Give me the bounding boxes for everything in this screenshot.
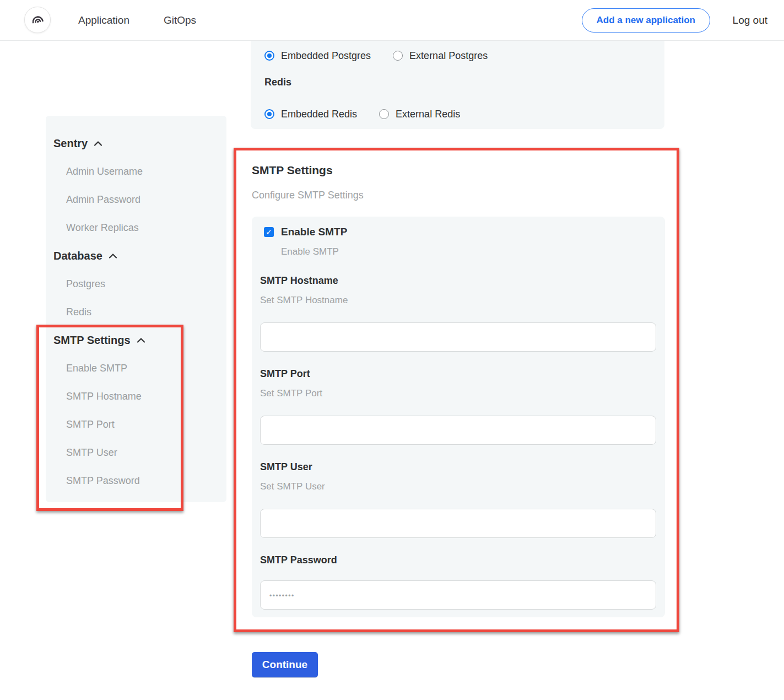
config-sidebar: Sentry Admin Username Admin Password Wor… xyxy=(46,116,226,502)
smtp-settings-title: SMTP Settings xyxy=(252,164,333,177)
sidebar-group-label: Database xyxy=(53,250,102,262)
sidebar-item-redis[interactable]: Redis xyxy=(53,305,226,319)
smtp-port-help: Set SMTP Port xyxy=(260,387,656,400)
logout-link[interactable]: Log out xyxy=(733,0,767,41)
sidebar-item-admin-username[interactable]: Admin Username xyxy=(53,165,226,178)
sidebar-item-smtp-user[interactable]: SMTP User xyxy=(53,446,226,459)
smtp-hostname-input[interactable] xyxy=(260,322,656,352)
sidebar-group-database[interactable]: Database xyxy=(53,249,226,262)
radio-external-redis[interactable]: External Redis xyxy=(379,109,460,120)
smtp-hostname-label: SMTP Hostname xyxy=(260,274,656,287)
sidebar-item-admin-password[interactable]: Admin Password xyxy=(53,193,226,206)
radio-embedded-redis[interactable]: Embedded Redis xyxy=(264,109,357,120)
smtp-user-label: SMTP User xyxy=(260,460,656,473)
chevron-up-icon xyxy=(94,141,102,147)
redis-radio-group: Embedded Redis External Redis xyxy=(264,107,651,121)
smtp-port-label: SMTP Port xyxy=(260,367,656,380)
radio-selected-icon[interactable] xyxy=(264,51,274,61)
smtp-password-input[interactable] xyxy=(260,580,656,610)
database-options-card: Embedded Postgres External Postgres Redi… xyxy=(251,41,664,129)
enable-smtp-checkbox[interactable]: ✓ xyxy=(264,227,274,237)
smtp-user-help: Set SMTP User xyxy=(260,480,656,493)
sidebar-item-smtp-password[interactable]: SMTP Password xyxy=(53,474,226,487)
redis-group-label: Redis xyxy=(264,75,651,89)
enable-smtp-label: Enable SMTP xyxy=(281,226,347,238)
app-logo[interactable] xyxy=(24,7,51,33)
radio-label: Embedded Redis xyxy=(281,109,357,120)
radio-unselected-icon[interactable] xyxy=(379,109,389,119)
sidebar-group-smtp-settings[interactable]: SMTP Settings xyxy=(53,333,226,347)
sentry-logo-icon xyxy=(29,10,46,29)
sidebar-group-label: Sentry xyxy=(53,137,88,150)
enable-smtp-row: ✓ Enable SMTP xyxy=(260,225,656,239)
radio-external-postgres[interactable]: External Postgres xyxy=(393,50,488,62)
chevron-up-icon xyxy=(137,337,145,343)
radio-selected-icon[interactable] xyxy=(264,109,274,119)
smtp-user-input[interactable] xyxy=(260,509,656,538)
app-header: Application GitOps Add a new application… xyxy=(0,0,784,41)
smtp-port-input[interactable] xyxy=(260,416,656,445)
sidebar-group-sentry[interactable]: Sentry xyxy=(53,137,226,150)
sidebar-group-label: SMTP Settings xyxy=(53,334,131,347)
smtp-password-label: SMTP Password xyxy=(260,553,656,567)
sidebar-item-smtp-port[interactable]: SMTP Port xyxy=(53,418,226,431)
add-new-application-button[interactable]: Add a new application xyxy=(582,8,710,33)
continue-button[interactable]: Continue xyxy=(252,652,318,677)
radio-label: External Postgres xyxy=(409,50,488,62)
smtp-settings-subtitle: Configure SMTP Settings xyxy=(252,190,364,201)
radio-embedded-postgres[interactable]: Embedded Postgres xyxy=(264,50,371,62)
sidebar-item-worker-replicas[interactable]: Worker Replicas xyxy=(53,221,226,234)
smtp-hostname-help: Set SMTP Hostname xyxy=(260,294,656,307)
radio-label: External Redis xyxy=(396,109,460,120)
nav-application[interactable]: Application xyxy=(78,0,129,41)
radio-unselected-icon[interactable] xyxy=(393,51,403,61)
chevron-up-icon xyxy=(109,253,117,259)
sidebar-item-smtp-hostname[interactable]: SMTP Hostname xyxy=(53,390,226,403)
postgres-radio-group: Embedded Postgres External Postgres xyxy=(264,49,651,63)
sidebar-item-enable-smtp[interactable]: Enable SMTP xyxy=(53,362,226,375)
nav-gitops[interactable]: GitOps xyxy=(164,0,196,41)
sidebar-item-postgres[interactable]: Postgres xyxy=(53,277,226,290)
radio-label: Embedded Postgres xyxy=(281,50,371,62)
smtp-settings-form: ✓ Enable SMTP Enable SMTP SMTP Hostname … xyxy=(252,217,665,617)
enable-smtp-help: Enable SMTP xyxy=(260,245,656,259)
